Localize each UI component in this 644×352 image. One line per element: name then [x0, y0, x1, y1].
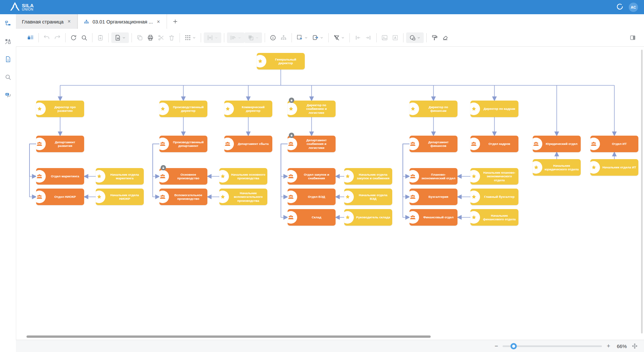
tab-close-icon[interactable]: ×: [156, 19, 160, 25]
org-node-c_ved[interactable]: Начальник отдела ВЭД: [344, 189, 392, 205]
org-node-dir_comm[interactable]: Коммерческий директор: [224, 101, 272, 117]
org-unit-people-icon: [159, 138, 169, 150]
org-node-c_mkt[interactable]: Начальник отдела маркетинга: [96, 168, 144, 185]
org-node-chief_legal[interactable]: Начальник юридического отдела: [533, 159, 581, 176]
toolbar-eraser-button[interactable]: [440, 33, 451, 43]
org-node-label: Отдел ВЭД: [299, 189, 334, 205]
tab-org-structure[interactable]: 03.01 Организационная ...×: [78, 14, 167, 29]
sidebar-item-document-info[interactable]: [3, 55, 13, 65]
org-node-dep_dev[interactable]: Департамент развития: [36, 136, 84, 152]
user-avatar[interactable]: AC: [629, 3, 638, 12]
toolbar-separator: [349, 33, 350, 42]
new-tab-button[interactable]: [167, 14, 184, 29]
org-node-label: Директор по снабжению и логистике: [299, 101, 334, 117]
org-node-dir_hr[interactable]: Директор по кадрам: [470, 101, 518, 117]
org-node-c_plan[interactable]: Начальник планово-экономического отдела: [470, 168, 518, 185]
toolbar-lock-button[interactable]: [25, 33, 36, 43]
toolbar-select-mode-button[interactable]: [295, 33, 310, 43]
org-node-u_proc[interactable]: Отдел закупок и снабжения: [288, 168, 336, 185]
org-node-label: Начальник планово-экономического отдела: [482, 168, 517, 185]
org-node-dep_sup[interactable]: Департамент снабжения и логистики: [288, 136, 336, 152]
org-node-dep_hr[interactable]: Отдел кадров: [470, 136, 518, 152]
org-node-dir_prod[interactable]: Производственный директор: [159, 101, 207, 117]
sync-spinner-icon[interactable]: [616, 3, 623, 12]
position-star-icon: [344, 170, 354, 183]
org-node-c_aux[interactable]: Начальник вспомогательного производства: [219, 189, 267, 205]
org-node-u_acc[interactable]: Бухгалтерия: [409, 189, 457, 205]
org-node-label: Финансовый отдел: [421, 209, 456, 226]
zoom-slider-handle[interactable]: [510, 343, 517, 349]
diagram-toolbar: [16, 29, 644, 47]
org-node-u_main[interactable]: Основное производство: [159, 168, 207, 185]
sila-logo-icon: [10, 2, 20, 13]
toolbar-hierarchy-button: [278, 33, 289, 43]
position-star-icon: [257, 55, 266, 67]
org-node-c_proc[interactable]: Начальник отдела закупок и снабжения: [344, 168, 392, 185]
toolbar-filter-off-button[interactable]: [331, 33, 347, 43]
org-node-dep_fin[interactable]: Департамент финансов: [409, 136, 457, 152]
layers-icon: [247, 34, 254, 41]
org-unit-people-icon: [36, 170, 46, 183]
org-tree-icon: [84, 19, 89, 24]
org-node-label: Отдел маркетинга: [47, 168, 83, 185]
toolbar-copy-to-button[interactable]: [310, 33, 326, 43]
align-left-icon: [230, 34, 237, 41]
vertical-scrollbar[interactable]: [641, 50, 643, 333]
zoom-out-button[interactable]: −: [495, 343, 498, 350]
chevron-down-icon: [255, 36, 259, 40]
lock-badge-icon: [289, 133, 294, 138]
org-node-dep_prod[interactable]: Производственный департамент: [159, 136, 207, 152]
org-node-c_skl[interactable]: Руководитель склада: [344, 209, 392, 226]
horizontal-scrollbar[interactable]: [27, 335, 431, 338]
org-node-dep_sales[interactable]: Департамент сбыта: [224, 136, 272, 152]
tab-close-icon[interactable]: ×: [67, 19, 71, 24]
org-node-chief_it[interactable]: Начальник отдела ИТ: [590, 159, 638, 176]
org-node-label: Отдел закупок и снабжения: [299, 168, 334, 185]
sidebar-item-shapes[interactable]: [3, 37, 13, 47]
org-node-dir_dev[interactable]: Директор про развитию: [36, 101, 84, 117]
toolbar-shape-button[interactable]: [406, 32, 424, 43]
org-node-c_rnd[interactable]: Начальник отдела НИОКР: [96, 189, 144, 205]
toolbar-export-page-button[interactable]: [111, 32, 129, 43]
sidebar-item-comments[interactable]: [3, 90, 13, 101]
org-node-label: Юридический отдел: [544, 136, 579, 152]
toolbar-print-button[interactable]: [145, 33, 156, 43]
position-star-icon: [344, 191, 354, 203]
org-node-dep_legal[interactable]: Юридический отдел: [533, 136, 581, 152]
org-node-u_mkt[interactable]: Отдел маркетинга: [36, 168, 84, 185]
sidebar-item-model-tree[interactable]: [3, 19, 13, 29]
zoom-in-button[interactable]: +: [607, 343, 610, 350]
org-node-u_ved[interactable]: Отдел ВЭД: [288, 189, 336, 205]
toolbar-separator: [376, 33, 377, 42]
org-node-dep_it[interactable]: Отдел ИТ: [590, 136, 638, 152]
toolbar-separator: [38, 33, 39, 42]
org-node-u_rnd[interactable]: Отдел НИОКР: [36, 189, 84, 205]
org-node-u_skl[interactable]: Склад: [288, 209, 336, 226]
toolbar-refresh-button[interactable]: [68, 33, 79, 43]
org-node-u_plan[interactable]: Планово-экономический отдел: [409, 168, 457, 185]
org-node-u_aux[interactable]: Вспомогательное производство: [159, 189, 207, 205]
top-bar: SILA UNION AC: [0, 0, 644, 14]
org-node-u_fin[interactable]: Финансовый отдел: [409, 209, 457, 226]
org-unit-people-icon: [159, 170, 169, 183]
sidebar-item-search[interactable]: [3, 72, 13, 83]
org-node-ceo[interactable]: Генеральный директор: [257, 53, 305, 69]
toolbar-delete-button: [166, 33, 177, 43]
toolbar-format-painter-button[interactable]: [429, 33, 440, 43]
zoom-slider[interactable]: [503, 345, 602, 347]
toolbar-grid-button[interactable]: [183, 33, 198, 43]
pan-tool-icon[interactable]: [631, 343, 638, 349]
chevron-down-icon: [341, 36, 345, 40]
toolbar-toggle-panel-button[interactable]: [627, 33, 638, 43]
org-node-dir_sup[interactable]: Директор по снабжению и логистике: [288, 101, 336, 117]
org-node-c_fin[interactable]: Начальник финансового отдела: [470, 209, 518, 226]
org-node-label: Генеральный директор: [268, 53, 303, 69]
toolbar-text-frame-button: [390, 33, 401, 43]
org-node-dir_fin[interactable]: Директор по финансам: [409, 101, 457, 117]
tab-home[interactable]: Главная страница×: [16, 14, 78, 29]
toolbar-info-button[interactable]: [268, 33, 278, 43]
org-node-c_main[interactable]: Начальник основного производства: [219, 168, 267, 185]
position-star-icon: [590, 161, 600, 174]
toolbar-search-button[interactable]: [79, 33, 89, 43]
org-node-c_acc[interactable]: Главный бухгалтер: [470, 189, 518, 205]
